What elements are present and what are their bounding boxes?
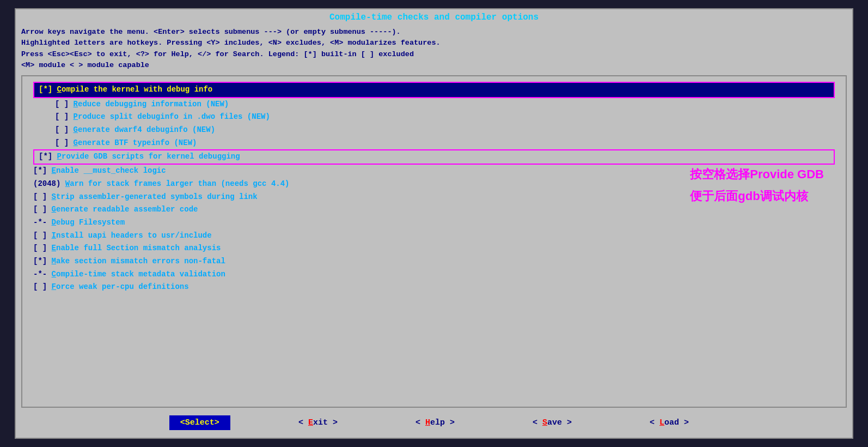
help-line4: <M> module < > module capable	[21, 60, 847, 71]
menu-item-install-uapi[interactable]: [ ] Install uapi headers to usr/include	[22, 229, 846, 243]
save-button[interactable]: < Save >	[523, 416, 582, 430]
annotation: 按空格选择Provide GDB 便于后面gdb调试内核	[690, 164, 824, 207]
annotation-line2: 便于后面gdb调试内核	[690, 185, 824, 207]
menu-item-provide-gdb[interactable]: [*] Provide GDB scripts for kernel debug…	[33, 149, 835, 165]
menu-item-compile-debug[interactable]: [*] Compile the kernel with debug info	[33, 82, 835, 98]
help-line1: Arrow keys navigate the menu. <Enter> se…	[21, 27, 847, 38]
select-button[interactable]: <Select>	[169, 415, 230, 430]
menu-item-split-debuginfo[interactable]: [ ] Produce split debuginfo in .dwo file…	[22, 111, 846, 124]
title-bar: Compile-time checks and compiler options	[16, 9, 852, 25]
menu-item-dwarf4[interactable]: [ ] Generate dwarf4 debuginfo (NEW)	[22, 124, 846, 137]
menu-item-force-weak[interactable]: [ ] Force weak per-cpu definitions	[22, 281, 846, 294]
bottom-bar: <Select> < Exit > < Help > < Save > < Lo…	[16, 408, 852, 438]
main-window: Compile-time checks and compiler options…	[15, 8, 853, 439]
menu-item-debug-fs[interactable]: -*- Debug Filesystem	[22, 216, 846, 229]
exit-button[interactable]: < Exit >	[289, 416, 347, 430]
hotkey-c: C	[57, 85, 62, 94]
menu-item-section-mismatch[interactable]: [ ] Enable full Section mismatch analysi…	[22, 242, 846, 255]
item-bracket: [*]	[39, 85, 57, 94]
load-button[interactable]: < Load >	[640, 416, 699, 430]
menu-box: [*] Compile the kernel with debug info […	[21, 75, 847, 408]
help-line3: Press <Esc><Esc> to exit, <?> for Help, …	[21, 49, 847, 60]
help-line2: Highlighted letters are hotkeys. Pressin…	[21, 38, 847, 49]
menu-item-reduce-debug[interactable]: [ ] Reduce debugging information (NEW)	[22, 98, 846, 111]
item-label: ompile the kernel with debug info	[62, 85, 212, 94]
help-text: Arrow keys navigate the menu. <Enter> se…	[16, 25, 852, 75]
menu-item-section-nonfatal[interactable]: [*] Make section mismatch errors non-fat…	[22, 255, 846, 268]
help-button[interactable]: < Help >	[406, 416, 464, 430]
menu-area: [*] Compile the kernel with debug info […	[16, 75, 852, 408]
menu-item-btf[interactable]: [ ] Generate BTF typeinfo (NEW)	[22, 137, 846, 150]
menu-item-stack-metadata[interactable]: -*- Compile-time stack metadata validati…	[22, 268, 846, 281]
annotation-line1: 按空格选择Provide GDB	[690, 164, 824, 185]
window-title: Compile-time checks and compiler options	[329, 13, 539, 22]
